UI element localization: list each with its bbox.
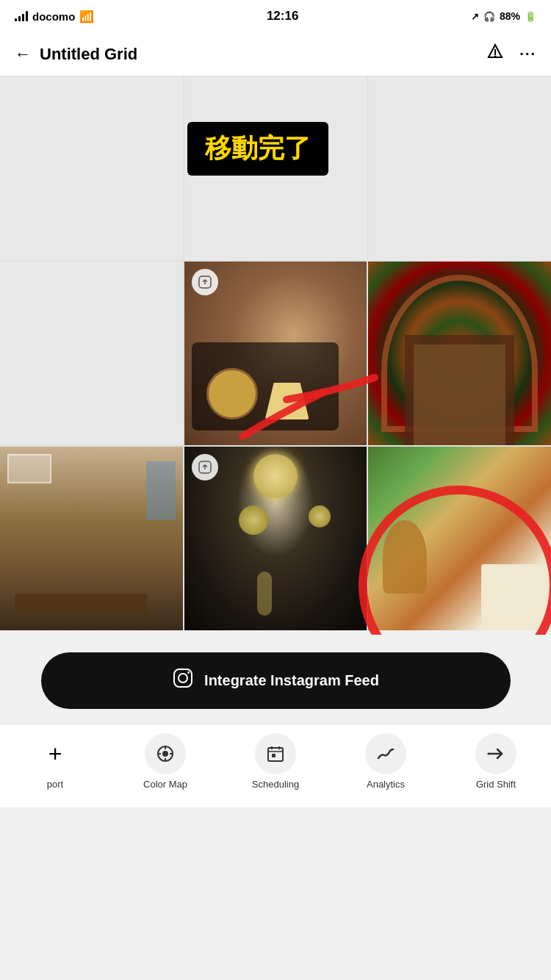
instagram-btn-container: Integrate Instagram Feed xyxy=(0,630,551,724)
instagram-icon xyxy=(172,667,194,694)
status-left: docomo 📶 xyxy=(15,10,94,24)
more-icon[interactable]: ··· xyxy=(519,46,536,62)
grid-cell-r2c2[interactable] xyxy=(184,262,367,445)
upload-icon-r2c2[interactable] xyxy=(192,269,218,295)
nav-item-export[interactable]: + port xyxy=(26,733,84,790)
colormap-label: Color Map xyxy=(143,779,187,790)
nav-item-analytics[interactable]: Analytics xyxy=(356,733,415,790)
nav-header: ← Untitled Grid ··· xyxy=(0,32,551,76)
back-button[interactable]: ← xyxy=(15,45,31,64)
nav-item-colormap[interactable]: Color Map xyxy=(136,733,195,790)
battery-label: 88% xyxy=(500,10,520,22)
bottom-nav: + port Color Map Sche xyxy=(0,724,551,807)
carrier-label: docomo xyxy=(32,10,75,23)
grid-cell-r3c2[interactable] xyxy=(184,447,367,630)
analytics-icon xyxy=(365,733,406,774)
grid-cell-r1c3[interactable] xyxy=(368,76,551,260)
grid-cell-r2c1[interactable] xyxy=(0,262,183,445)
filter-icon[interactable] xyxy=(486,43,505,66)
colormap-icon xyxy=(145,733,186,774)
photo-coffee xyxy=(368,447,551,630)
battery-icon: 🔋 xyxy=(525,11,536,22)
svg-point-2 xyxy=(494,55,497,57)
headphone-icon: 🎧 xyxy=(483,11,495,22)
scheduling-icon xyxy=(255,733,296,774)
export-icon: + xyxy=(35,733,76,774)
grid-cell-r3c3[interactable] xyxy=(368,447,551,630)
upload-icon-r3c2[interactable] xyxy=(192,454,218,480)
svg-point-12 xyxy=(162,751,168,757)
scheduling-label: Scheduling xyxy=(252,779,299,790)
nav-left: ← Untitled Grid xyxy=(15,45,137,64)
svg-point-10 xyxy=(187,671,190,674)
grid-cell-r2c3[interactable] xyxy=(368,262,551,445)
integrate-instagram-button[interactable]: Integrate Instagram Feed xyxy=(41,652,511,709)
signal-icon xyxy=(15,11,28,21)
export-label: port xyxy=(47,779,63,790)
grid-cell-r1c1[interactable] xyxy=(0,76,183,260)
nav-right: ··· xyxy=(486,43,536,66)
gridshift-icon xyxy=(475,733,516,774)
wifi-icon: 📶 xyxy=(79,10,94,24)
nav-item-gridshift[interactable]: Grid Shift xyxy=(467,733,525,790)
svg-rect-21 xyxy=(272,754,276,757)
location-icon: ↗ xyxy=(471,11,479,22)
photo-floral xyxy=(368,262,551,445)
grid-container: 移動完了 xyxy=(0,76,551,630)
gridshift-label: Grid Shift xyxy=(476,779,516,790)
status-right: ↗ 🎧 88% 🔋 xyxy=(471,10,536,22)
instagram-btn-label: Integrate Instagram Feed xyxy=(204,672,379,689)
svg-point-9 xyxy=(179,674,187,682)
time-display: 12:16 xyxy=(267,9,298,24)
analytics-label: Analytics xyxy=(367,779,405,790)
move-complete-label: 移動完了 xyxy=(187,122,328,176)
status-bar: docomo 📶 12:16 ↗ 🎧 88% 🔋 xyxy=(0,0,551,32)
grid-cell-r3c1[interactable] xyxy=(0,447,183,630)
nav-item-scheduling[interactable]: Scheduling xyxy=(246,733,305,790)
page-title: Untitled Grid xyxy=(40,45,137,64)
photo-interior xyxy=(0,447,183,630)
